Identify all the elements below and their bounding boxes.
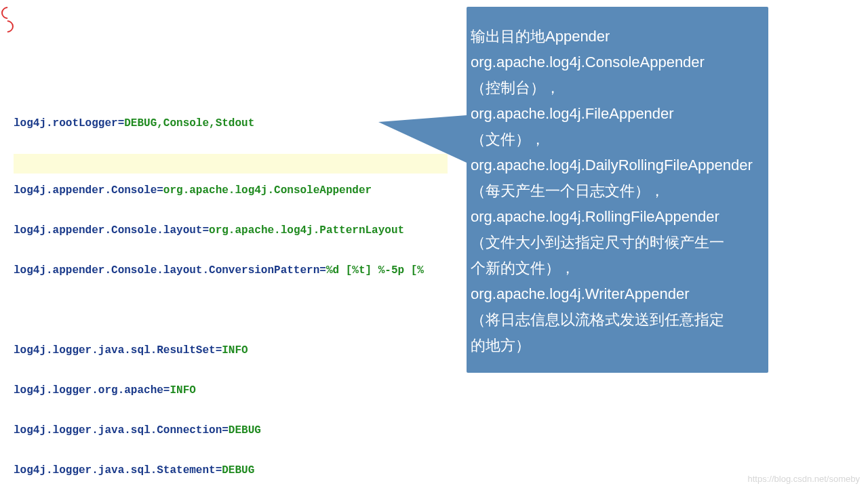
prop-val: DEBUG xyxy=(229,424,261,436)
prop-key: log4j.logger.org.apache xyxy=(14,384,163,396)
prop-val: org.apache.log4j.ConsoleAppender xyxy=(163,184,372,197)
callout-pointer xyxy=(378,115,467,163)
callout-line: org.apache.log4j.FileAppender xyxy=(471,101,764,127)
prop-key: log4j.logger.java.sql.Connection xyxy=(14,424,222,436)
callout-line: 的地方） xyxy=(471,333,764,359)
prop-key: log4j.appender.Console.layout xyxy=(14,224,202,237)
decorative-squiggle xyxy=(0,0,14,41)
callout-line: 个新的文件）， xyxy=(471,256,764,281)
prop-val: %d [%t] %-5p [% xyxy=(326,264,424,277)
callout-line: （文件）， xyxy=(471,127,764,152)
prop-val: INFO xyxy=(222,344,248,357)
watermark: https://blog.csdn.net/someby xyxy=(748,474,860,484)
callout-line: （控制台）， xyxy=(471,75,764,101)
callout-line: org.apache.log4j.RollingFileAppender xyxy=(471,204,764,230)
callout-line: （文件大小到达指定尺寸的时候产生一 xyxy=(471,230,764,256)
callout-line: org.apache.log4j.DailyRollingFileAppende… xyxy=(471,152,764,178)
prop-key: log4j.logger.java.sql.ResultSet xyxy=(14,344,216,357)
prop-key: log4j.appender.Console.layout.Conversion… xyxy=(14,264,319,277)
prop-key: log4j.logger.java.sql.Statement xyxy=(14,464,216,476)
callout-line: （每天产生一个日志文件）， xyxy=(471,178,764,204)
callout-line: （将日志信息以流格式发送到任意指定 xyxy=(471,307,764,333)
callout-box: 输出目的地Appender org.apache.log4j.ConsoleAp… xyxy=(467,7,768,373)
prop-key: log4j.rootLogger xyxy=(14,117,118,129)
callout-line: org.apache.log4j.WriterAppender xyxy=(471,281,764,307)
callout-line: org.apache.log4j.ConsoleAppender xyxy=(471,49,764,75)
prop-val: DEBUG xyxy=(222,464,254,476)
callout-line: 输出目的地Appender xyxy=(471,24,764,49)
prop-val: org.apache.log4j.PatternLayout xyxy=(209,224,404,237)
prop-val: INFO xyxy=(170,384,195,396)
prop-key: log4j.appender.Console xyxy=(14,184,157,197)
prop-val: DEBUG,Console,Stdout xyxy=(124,117,254,129)
